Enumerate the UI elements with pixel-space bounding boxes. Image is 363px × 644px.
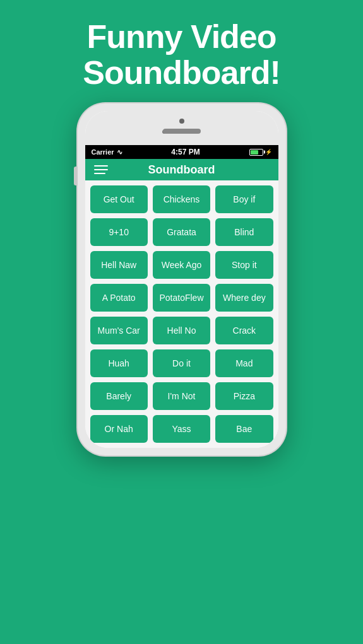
hamburger-line-3 — [94, 173, 105, 174]
hamburger-line-1 — [94, 165, 108, 167]
camera-lens — [179, 119, 184, 124]
battery-fill — [251, 150, 258, 155]
sound-button-im-not[interactable]: I'm Not — [153, 382, 210, 410]
sound-button-where-dey[interactable]: Where dey — [215, 284, 273, 312]
nav-title: Soundboard — [148, 163, 215, 177]
status-right: ⚡ — [249, 149, 272, 156]
phone-mockup: Carrier ∿ 4:57 PM ⚡ Soundboar — [0, 103, 363, 455]
sound-button-do-it[interactable]: Do it — [153, 349, 210, 377]
sound-button-blind[interactable]: Blind — [215, 218, 273, 246]
sound-button-stop-it[interactable]: Stop it — [215, 251, 273, 279]
sound-button-a-potato[interactable]: A Potato — [90, 284, 148, 312]
sound-button-hell-naw[interactable]: Hell Naw — [90, 251, 148, 279]
bolt-icon: ⚡ — [265, 149, 272, 155]
sound-button-or-nah[interactable]: Or Nah — [90, 415, 148, 443]
hamburger-menu[interactable] — [94, 165, 108, 174]
sound-button-mad[interactable]: Mad — [215, 349, 273, 377]
sound-button-mums-car[interactable]: Mum's Car — [90, 317, 148, 344]
soundboard-grid: Get OutChickensBoy if9+10GratataBlindHel… — [85, 180, 278, 448]
sound-button-get-out[interactable]: Get Out — [90, 185, 148, 213]
nav-bar: Soundboard — [85, 159, 278, 180]
sound-button-boy-if[interactable]: Boy if — [215, 185, 273, 213]
sound-button-hell-no[interactable]: Hell No — [153, 317, 210, 344]
hamburger-line-2 — [94, 169, 108, 170]
status-bar: Carrier ∿ 4:57 PM ⚡ — [85, 145, 278, 159]
status-left: Carrier ∿ — [92, 148, 122, 156]
sound-button-yass[interactable]: Yass — [153, 415, 210, 443]
sound-button-potatoflew[interactable]: PotatoFlew — [153, 284, 210, 312]
wifi-icon: ∿ — [117, 148, 122, 156]
sound-button-chickens[interactable]: Chickens — [153, 185, 210, 213]
sound-button-crack[interactable]: Crack — [215, 317, 273, 344]
sound-button-huah[interactable]: Huah — [90, 349, 148, 377]
sound-button-910[interactable]: 9+10 — [90, 218, 148, 246]
sound-button-week-ago[interactable]: Week Ago — [153, 251, 210, 279]
sound-button-pizza[interactable]: Pizza — [215, 382, 273, 410]
sound-button-gratata[interactable]: Gratata — [153, 218, 210, 246]
speaker-grill — [163, 129, 201, 134]
phone-top-hardware — [85, 111, 278, 145]
phone-screen: Carrier ∿ 4:57 PM ⚡ Soundboar — [85, 111, 278, 448]
status-time: 4:57 PM — [171, 148, 199, 156]
header-title: Funny Video Soundboard! — [0, 0, 363, 103]
sound-button-barely[interactable]: Barely — [90, 382, 148, 410]
phone-frame: Carrier ∿ 4:57 PM ⚡ Soundboar — [78, 103, 286, 455]
sound-button-bae[interactable]: Bae — [215, 415, 273, 443]
carrier-label: Carrier — [92, 148, 114, 156]
battery-icon — [249, 149, 263, 156]
